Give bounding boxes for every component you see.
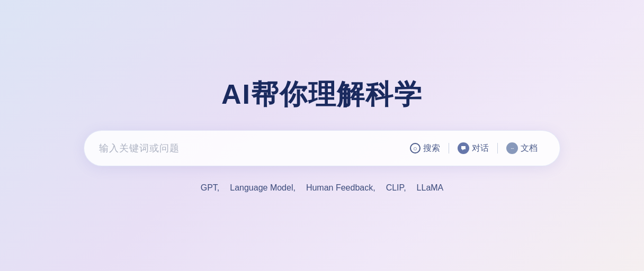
suggestion-clip[interactable]: CLIP, [383, 181, 409, 195]
divider-2 [497, 143, 498, 153]
search-bar[interactable]: 输入关键词或问题 ○ 搜索 对话 ··· [84, 130, 560, 166]
search-actions: ○ 搜索 对话 ··· 文档 [402, 140, 545, 156]
search-input-placeholder: 输入关键词或问题 [99, 142, 402, 155]
search-action-chat-label: 对话 [472, 143, 489, 154]
search-action-chat[interactable]: 对话 [450, 140, 496, 156]
main-container: AI帮你理解科学 输入关键词或问题 ○ 搜索 对话 [0, 76, 644, 195]
chat-icon [458, 142, 469, 154]
divider-1 [449, 143, 449, 153]
doc-icon: ··· [506, 142, 518, 154]
suggestions-list: GPT, Language Model, Human Feedback, CLI… [198, 181, 447, 195]
search-action-doc[interactable]: ··· 文档 [499, 140, 545, 156]
suggestion-llama[interactable]: LLaMA [414, 181, 447, 195]
suggestion-human-feedback[interactable]: Human Feedback, [303, 181, 379, 195]
search-action-search[interactable]: ○ 搜索 [402, 141, 448, 156]
search-action-search-label: 搜索 [423, 143, 440, 154]
suggestion-language-model[interactable]: Language Model, [227, 181, 299, 195]
search-circle-icon: ○ [410, 143, 421, 153]
search-action-doc-label: 文档 [521, 143, 538, 154]
suggestion-gpt[interactable]: GPT, [198, 181, 223, 195]
page-title: AI帮你理解科学 [221, 76, 423, 113]
search-area: 输入关键词或问题 ○ 搜索 对话 ··· [84, 130, 560, 195]
